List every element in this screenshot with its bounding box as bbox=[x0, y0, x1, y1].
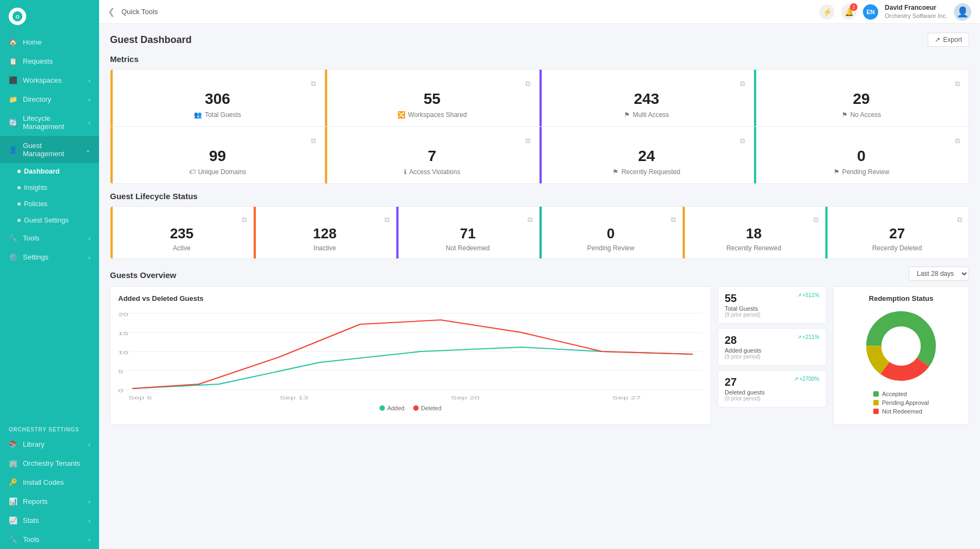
external-link-icon[interactable]: ⧉ bbox=[957, 215, 962, 224]
metric-label: ⚑ Multi Access bbox=[548, 111, 745, 119]
metric-card-no-access[interactable]: ⧉ 29 ⚑ No Access bbox=[754, 70, 969, 127]
legend-deleted-dot bbox=[413, 405, 419, 411]
metrics-section-title: Metrics bbox=[110, 54, 969, 64]
stat-number: 27 bbox=[725, 376, 764, 388]
page-title: Guest Dashboard bbox=[110, 34, 192, 46]
stat-card-added-guests: 28 Added guests (9 prior period) ↗ +211% bbox=[718, 328, 826, 366]
export-button[interactable]: ↗ Export bbox=[928, 33, 969, 47]
sidebar-collapse-button[interactable]: ❮ bbox=[108, 7, 115, 17]
external-link-icon[interactable]: ⧉ bbox=[528, 215, 532, 224]
tools-bottom-icon: 🔧 bbox=[9, 535, 17, 544]
metric-number: 99 bbox=[119, 147, 316, 165]
metric-number: 0 bbox=[763, 147, 960, 165]
metric-card-multi-access[interactable]: ⧉ 243 ⚑ Multi Access bbox=[540, 70, 754, 127]
lightning-button[interactable]: ⚡ bbox=[819, 4, 835, 20]
metric-card-recently-requested[interactable]: ⧉ 24 ⚑ Recently Requested bbox=[540, 127, 754, 183]
sidebar-subitem-policies[interactable]: Policies bbox=[0, 196, 99, 212]
chevron-right-icon: › bbox=[88, 498, 90, 505]
sidebar-item-workspaces[interactable]: ⬛ Workspaces › bbox=[0, 71, 99, 90]
metric-card-unique-domains[interactable]: ⧉ 99 🏷 Unique Domains bbox=[111, 127, 325, 183]
external-link-icon[interactable]: ⧉ bbox=[740, 137, 745, 145]
stat-card-total-guests: 55 Total Guests (9 prior period) ↗ +511% bbox=[718, 286, 826, 324]
content-area: Guest Dashboard ↗ Export Metrics ⧉ 306 👥… bbox=[99, 24, 980, 549]
sidebar-item-tools-top[interactable]: 🔧 Tools › bbox=[0, 229, 99, 248]
lifecycle-card-inactive[interactable]: ⧉ 128 Inactive bbox=[254, 207, 397, 258]
donut-chart-svg bbox=[863, 308, 939, 384]
sidebar-item-install-codes[interactable]: 🔑 Install Codes bbox=[0, 473, 99, 492]
sidebar-item-requests[interactable]: 📋 Requests bbox=[0, 52, 99, 71]
lightning-icon: ⚡ bbox=[823, 8, 832, 16]
external-link-icon[interactable]: ⧉ bbox=[311, 79, 316, 88]
sidebar-item-reports[interactable]: 📊 Reports › bbox=[0, 492, 99, 511]
sidebar-item-label: Requests bbox=[23, 57, 53, 65]
sidebar-subitem-insights[interactable]: Insights bbox=[0, 180, 99, 196]
lifecycle-number: 128 bbox=[260, 225, 390, 242]
stat-number: 28 bbox=[725, 334, 761, 347]
external-link-icon[interactable]: ⧉ bbox=[242, 215, 247, 224]
lifecycle-card-active[interactable]: ⧉ 235 Active bbox=[111, 207, 254, 258]
metric-number: 243 bbox=[548, 90, 745, 108]
export-icon: ↗ bbox=[935, 36, 940, 44]
legend-added-label: Added bbox=[387, 405, 405, 411]
sidebar-subitem-guest-settings[interactable]: Guest Settings bbox=[0, 212, 99, 229]
directory-icon: 📁 bbox=[9, 95, 17, 103]
badge-value: +211% bbox=[803, 334, 819, 340]
guests-icon: 👥 bbox=[194, 111, 202, 119]
sidebar-item-orchestry-tenants[interactable]: 🏢 Orchestry Tenants bbox=[0, 454, 99, 473]
metric-number: 7 bbox=[334, 147, 530, 165]
stat-sub: (0 prior period) bbox=[725, 396, 764, 402]
external-link-icon[interactable]: ⧉ bbox=[525, 79, 530, 88]
stat-label: Added guests bbox=[725, 347, 761, 354]
sidebar-item-directory[interactable]: 📁 Directory › bbox=[0, 90, 99, 109]
svg-text:O: O bbox=[15, 14, 19, 20]
sidebar-subitem-dashboard[interactable]: Dashboard bbox=[0, 163, 99, 180]
user-avatar-initials[interactable]: EN bbox=[863, 4, 878, 20]
library-icon: 📚 bbox=[9, 440, 17, 448]
metric-card-pending-review[interactable]: ⧉ 0 ⚑ Pending Review bbox=[754, 127, 969, 183]
metric-card-access-violations[interactable]: ⧉ 7 ℹ Access Violations bbox=[325, 127, 540, 183]
lifecycle-card-pending-review[interactable]: ⧉ 0 Pending Review bbox=[540, 207, 683, 258]
requests-icon: 📋 bbox=[9, 57, 17, 65]
external-link-icon[interactable]: ⧉ bbox=[955, 79, 960, 88]
metric-number: 55 bbox=[334, 90, 530, 108]
external-link-icon[interactable]: ⧉ bbox=[384, 215, 389, 224]
badge-value: +2700% bbox=[799, 376, 819, 382]
main-area: ❮ Quick Tools ⚡ 🔔 2 EN David Francoeur O… bbox=[99, 0, 980, 549]
user-avatar-photo[interactable]: 👤 bbox=[954, 3, 971, 21]
sidebar-item-lifecycle[interactable]: 🔄 Lifecycle Management › bbox=[0, 109, 99, 136]
lifecycle-card-not-redeemed[interactable]: ⧉ 71 Not Redeemed bbox=[396, 207, 540, 258]
sidebar-item-guest-management[interactable]: 👤 Guest Management ⌄ bbox=[0, 136, 99, 163]
external-link-icon[interactable]: ⧉ bbox=[813, 215, 818, 224]
external-link-icon[interactable]: ⧉ bbox=[955, 137, 960, 145]
metric-left-bar bbox=[540, 70, 542, 126]
sidebar-item-label: Home bbox=[23, 38, 42, 46]
notification-badge: 2 bbox=[850, 3, 857, 11]
notification-button[interactable]: 🔔 2 bbox=[841, 4, 856, 20]
external-link-icon[interactable]: ⧉ bbox=[525, 137, 530, 145]
chart-legend: Added Deleted bbox=[118, 405, 703, 411]
legend-deleted: Deleted bbox=[413, 405, 442, 411]
external-link-icon[interactable]: ⧉ bbox=[740, 79, 745, 88]
metric-card-workspaces-shared[interactable]: ⧉ 55 🔀 Workspaces Shared bbox=[325, 70, 540, 127]
chevron-right-icon: › bbox=[88, 235, 90, 242]
sidebar-item-tools-bottom[interactable]: 🔧 Tools › bbox=[0, 530, 99, 549]
chart-card: Added vs Deleted Guests 0 5 10 15 bbox=[110, 286, 711, 425]
svg-text:Sep 6: Sep 6 bbox=[128, 395, 152, 400]
sidebar-item-home[interactable]: 🏠 Home bbox=[0, 33, 99, 52]
date-range-dropdown[interactable]: Last 28 days Last 7 days Last 90 days bbox=[909, 267, 969, 281]
lifecycle-label: Pending Review bbox=[546, 244, 676, 252]
sidebar-item-stats[interactable]: 📈 Stats › bbox=[0, 511, 99, 530]
lifecycle-card-recently-renewed[interactable]: ⧉ 18 Recently Renewed bbox=[683, 207, 826, 258]
chart-title: Added vs Deleted Guests bbox=[118, 294, 703, 303]
sidebar-item-settings[interactable]: ⚙️ Settings › bbox=[0, 248, 99, 267]
flag-icon: ⚑ bbox=[612, 168, 618, 176]
lifecycle-label: Recently Renewed bbox=[689, 244, 819, 252]
lifecycle-card-recently-deleted[interactable]: ⧉ 27 Recently Deleted bbox=[825, 207, 969, 258]
external-link-icon[interactable]: ⧉ bbox=[311, 137, 316, 145]
sidebar-item-library[interactable]: 📚 Library › bbox=[0, 435, 99, 454]
metric-card-total-guests[interactable]: ⧉ 306 👥 Total Guests bbox=[111, 70, 325, 127]
external-link-icon[interactable]: ⧉ bbox=[671, 215, 676, 224]
bullet-dot bbox=[17, 219, 21, 222]
svg-text:5: 5 bbox=[118, 369, 123, 374]
stat-mini-top: 55 Total Guests (9 prior period) ↗ +511% bbox=[725, 292, 819, 318]
